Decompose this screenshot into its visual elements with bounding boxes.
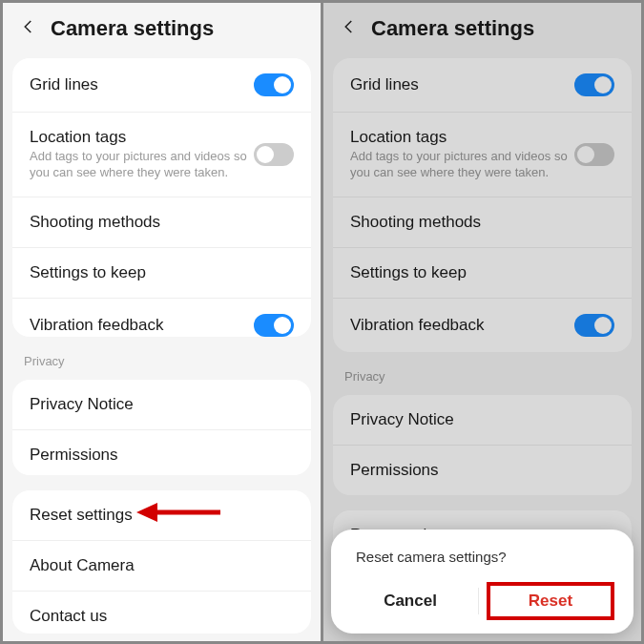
- label: Location tags: [350, 128, 574, 147]
- row-vibration-feedback[interactable]: Vibration feedback: [333, 299, 632, 352]
- label: Privacy Notice: [350, 410, 614, 429]
- label: Shooting methods: [30, 213, 294, 232]
- label: Grid lines: [30, 75, 254, 94]
- label: Permissions: [350, 461, 614, 480]
- page-title: Camera settings: [51, 16, 214, 41]
- row-shooting-methods[interactable]: Shooting methods: [333, 197, 632, 248]
- label: Settings to keep: [350, 263, 614, 282]
- label: Shooting methods: [350, 213, 614, 232]
- label: Contact us: [30, 607, 294, 626]
- section-privacy-label: Privacy: [3, 344, 321, 372]
- toggle-location-tags[interactable]: [254, 143, 294, 166]
- arrow-annotation-icon: [136, 498, 222, 530]
- label: Permissions: [30, 446, 294, 465]
- header: Camera settings: [3, 3, 321, 51]
- section-privacy-label: Privacy: [323, 360, 641, 387]
- row-privacy-notice[interactable]: Privacy Notice: [12, 380, 311, 430]
- row-settings-to-keep[interactable]: Settings to keep: [333, 248, 632, 299]
- header: Camera settings: [323, 3, 641, 51]
- cancel-button[interactable]: Cancel: [350, 582, 470, 620]
- divider: [478, 588, 479, 614]
- label: Settings to keep: [30, 263, 294, 282]
- row-grid-lines[interactable]: Grid lines: [12, 58, 311, 113]
- row-shooting-methods[interactable]: Shooting methods: [12, 197, 311, 248]
- description: Add tags to your pictures and videos so …: [30, 149, 249, 181]
- toggle-grid-lines[interactable]: [574, 73, 614, 96]
- toggle-grid-lines[interactable]: [254, 73, 294, 96]
- description: Add tags to your pictures and videos so …: [350, 149, 570, 181]
- settings-group-1: Grid lines Location tags Add tags to you…: [333, 58, 632, 352]
- settings-group-privacy: Privacy Notice Permissions: [333, 395, 632, 495]
- row-about-camera[interactable]: About Camera: [12, 541, 311, 592]
- page-title: Camera settings: [371, 16, 534, 41]
- reset-button[interactable]: Reset: [487, 582, 614, 620]
- row-location-tags[interactable]: Location tags Add tags to your pictures …: [12, 113, 311, 197]
- svg-marker-1: [136, 503, 157, 522]
- dialog-title: Reset camera settings?: [350, 549, 614, 565]
- label: Vibration feedback: [30, 316, 254, 335]
- label: Vibration feedback: [350, 316, 574, 335]
- label: Privacy Notice: [30, 395, 294, 414]
- row-permissions[interactable]: Permissions: [333, 446, 632, 495]
- row-privacy-notice[interactable]: Privacy Notice: [333, 395, 632, 446]
- screen-left: Camera settings Grid lines Location tags…: [3, 3, 321, 641]
- label: About Camera: [30, 556, 294, 575]
- reset-dialog: Reset camera settings? Cancel Reset: [331, 530, 634, 634]
- label: Grid lines: [350, 75, 574, 94]
- toggle-vibration-feedback[interactable]: [574, 314, 614, 337]
- dialog-buttons: Cancel Reset: [350, 582, 614, 620]
- back-icon[interactable]: [20, 18, 37, 39]
- settings-group-1: Grid lines Location tags Add tags to you…: [12, 58, 311, 337]
- row-grid-lines[interactable]: Grid lines: [333, 58, 632, 113]
- row-contact-us[interactable]: Contact us: [12, 592, 311, 634]
- toggle-vibration-feedback[interactable]: [254, 314, 294, 337]
- row-permissions[interactable]: Permissions: [12, 430, 311, 475]
- screen-right: Camera settings Grid lines Location tags…: [323, 3, 641, 641]
- back-icon[interactable]: [341, 18, 358, 39]
- toggle-location-tags[interactable]: [574, 143, 614, 166]
- row-settings-to-keep[interactable]: Settings to keep: [12, 248, 311, 299]
- settings-group-privacy: Privacy Notice Permissions: [12, 380, 311, 475]
- row-vibration-feedback[interactable]: Vibration feedback: [12, 299, 311, 337]
- label: Location tags: [30, 128, 254, 147]
- row-location-tags[interactable]: Location tags Add tags to your pictures …: [333, 113, 632, 197]
